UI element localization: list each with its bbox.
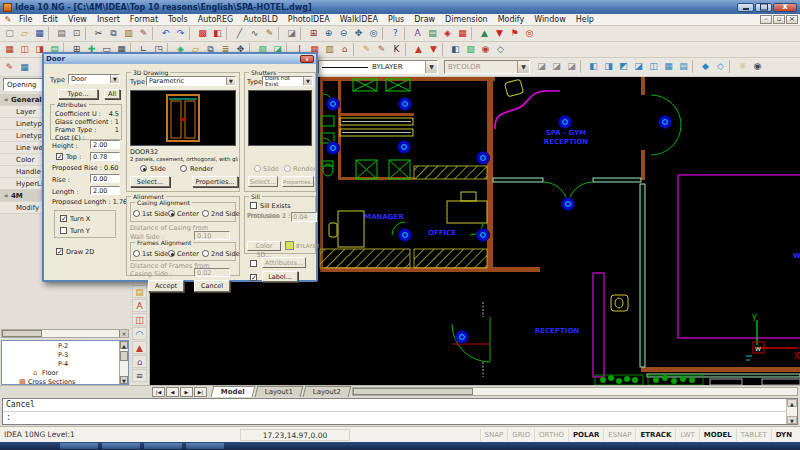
view-front-icon[interactable]: ◨ (601, 60, 616, 73)
hatch-icon[interactable]: ▧ (463, 43, 478, 56)
toolbar-separator[interactable] (729, 60, 734, 73)
shade-2-icon[interactable]: ◪ (549, 60, 564, 73)
frames-2nd-side-radio[interactable] (202, 250, 209, 257)
light-icon[interactable]: ☼ (735, 60, 750, 73)
redo-icon[interactable]: ↷ (173, 27, 188, 40)
chevron-down-icon[interactable]: ▼ (110, 75, 119, 83)
zoom-out-icon[interactable]: ⊖ (336, 27, 351, 40)
casing-2nd-side-radio[interactable] (202, 210, 209, 217)
dialog-title-bar[interactable]: Door x (44, 54, 316, 64)
toolbar-separator[interactable] (152, 27, 157, 40)
taskbar-window-button[interactable] (60, 443, 98, 449)
zoom-extents-icon[interactable]: ◎ (366, 27, 381, 40)
scroll-up-icon[interactable]: ▲ (120, 341, 128, 349)
zoom-in-icon[interactable]: ⊕ (321, 27, 336, 40)
undo-icon[interactable]: ↶ (158, 27, 173, 40)
chevron-down-icon[interactable]: ▼ (425, 61, 437, 73)
scrollbar-thumb[interactable] (353, 388, 473, 395)
view-se-icon[interactable]: ▤ (676, 60, 691, 73)
label-button[interactable]: Label... (262, 271, 298, 282)
toolbar-separator[interactable] (692, 60, 697, 73)
sill-color-swatch[interactable] (285, 241, 294, 250)
windows-taskbar[interactable] (0, 442, 800, 450)
tree-item[interactable]: ▤ Cross Sections (2, 378, 119, 384)
command-scrollbar[interactable]: ▲ ▼ (786, 399, 797, 424)
dialog-close-button[interactable]: x (300, 55, 314, 63)
linetype-combo[interactable]: BYLAYER ▼ (318, 60, 438, 74)
view-side-icon[interactable]: ◩ (616, 60, 631, 73)
status-toggle[interactable]: ETRACK (635, 429, 675, 441)
camera-icon[interactable]: ◉ (750, 60, 765, 73)
label-checkbox[interactable] (250, 274, 257, 281)
tab-nav-button[interactable]: ◀ (166, 387, 179, 397)
turn-y-checkbox[interactable] (60, 227, 67, 234)
status-toggle[interactable]: DYN (771, 429, 796, 441)
opening-tool-icon[interactable]: ◫ (17, 43, 32, 56)
toolbar-separator[interactable] (404, 27, 409, 40)
mdi-minimize-button[interactable]: – (760, 15, 772, 24)
menu-item[interactable]: View (63, 15, 92, 24)
lower-icon[interactable]: ▼ (492, 27, 507, 40)
layout-tab[interactable]: Layout2 (303, 386, 352, 397)
close-icon[interactable]: × (119, 330, 128, 337)
toolbar-separator[interactable] (471, 27, 476, 40)
all-button[interactable]: All (104, 89, 120, 99)
tree-item[interactable]: P-2 (2, 342, 119, 351)
pen-yellow-icon[interactable]: ✎ (359, 43, 374, 56)
home-icon[interactable]: ⌂ (337, 43, 352, 56)
toolbar-separator[interactable] (382, 27, 387, 40)
status-toggle[interactable]: GRID (507, 429, 534, 441)
annotate-icon[interactable]: A (132, 299, 147, 312)
layers-icon[interactable]: ▤ (425, 27, 440, 40)
toolbar-separator[interactable] (405, 43, 410, 56)
tab-nav-button[interactable]: |◀ (152, 387, 165, 397)
menu-item[interactable]: File (14, 15, 37, 24)
taskbar-window-button[interactable] (144, 443, 182, 449)
menu-item[interactable]: Dimension (440, 15, 493, 24)
mdi-close-button[interactable]: × (786, 15, 798, 24)
raise-icon[interactable]: ▲ (477, 27, 492, 40)
menu-item[interactable]: PhotoIDEA (283, 15, 335, 24)
clipboard-icon[interactable]: ▥ (322, 43, 337, 56)
target-icon[interactable]: ◎ (522, 27, 537, 40)
toolbar-separator[interactable] (189, 27, 194, 40)
menu-item[interactable]: AutoREG (193, 15, 238, 24)
shutters-select-button[interactable]: Select... (248, 176, 278, 187)
zoom-window-icon[interactable]: ⊞ (306, 27, 321, 40)
view-sw-icon[interactable]: ▦ (661, 60, 676, 73)
frames-center-radio[interactable] (168, 250, 175, 257)
list-tool-icon[interactable]: ≡ (132, 369, 147, 382)
select-button[interactable]: Select... (130, 176, 170, 187)
kerning-icon[interactable]: K (389, 43, 404, 56)
scrollbar-thumb[interactable] (120, 351, 128, 361)
toolbar-separator[interactable] (580, 60, 585, 73)
tree-item[interactable]: P-4 (2, 360, 119, 369)
command-input[interactable]: : (3, 411, 786, 424)
spell-icon[interactable]: A (410, 27, 425, 40)
palette-icon[interactable]: ▦ (17, 61, 32, 74)
maximize-button[interactable] (755, 3, 772, 12)
frames-1st-side-radio[interactable] (133, 250, 140, 257)
scroll-up-icon[interactable]: ▲ (787, 399, 797, 407)
height-field[interactable]: 2.00 (90, 140, 120, 149)
line-icon[interactable]: ╱ (232, 27, 247, 40)
diamond-3d-outline-icon[interactable]: ◇ (713, 60, 728, 73)
half-square-icon[interactable]: ◧ (448, 43, 463, 56)
minimize-button[interactable] (737, 3, 754, 12)
cut-icon[interactable]: ✂ (91, 27, 106, 40)
erase-icon[interactable]: ◪ (284, 27, 299, 40)
tab-nav-button[interactable]: ▶| (194, 387, 207, 397)
slide-radio[interactable] (140, 165, 147, 172)
status-toggle[interactable]: POLAR (568, 429, 603, 441)
menu-item[interactable]: WalkIDEA (335, 15, 383, 24)
scrollbar-thumb[interactable] (2, 330, 42, 337)
new-icon[interactable]: ▢ (2, 27, 17, 40)
toolbar-separator[interactable] (48, 27, 53, 40)
render-radio[interactable] (180, 165, 187, 172)
snap-settings-icon[interactable]: ◈ (440, 27, 455, 40)
view-back-icon[interactable]: ◪ (631, 60, 646, 73)
taskbar-window-button[interactable] (102, 443, 140, 449)
toolbar-separator[interactable] (442, 43, 447, 56)
menu-item[interactable]: Window (529, 15, 571, 24)
roof-tool-icon[interactable]: ▲ (132, 341, 147, 354)
